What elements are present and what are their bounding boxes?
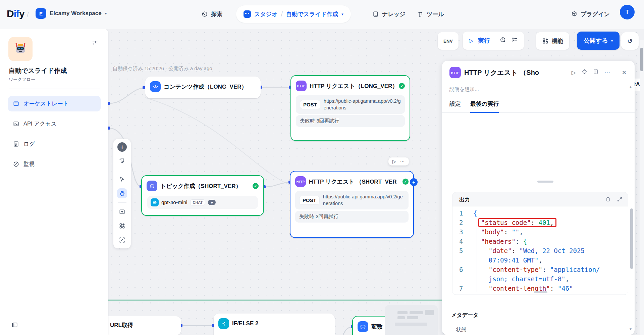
vision-icon: ◆ — [208, 200, 216, 205]
import-dsl-button[interactable] — [117, 207, 127, 217]
docs-icon[interactable] — [593, 69, 599, 76]
app-icon[interactable] — [8, 37, 33, 61]
node-title: 変数 — [371, 323, 383, 331]
node-title: IF/ELSE 2 — [232, 320, 258, 327]
model-config: ❋ gpt-4o-mini CHAT ◆ — [147, 196, 258, 209]
nav-explore[interactable]: 探索 — [201, 7, 222, 21]
more-icon[interactable]: ⋯ — [604, 69, 610, 76]
add-node-button[interactable]: + — [117, 142, 127, 152]
env-button[interactable]: ENV — [438, 32, 459, 50]
run-play-icon[interactable]: ▷ — [469, 37, 473, 44]
run-toolbar: ▷ 実行 — [463, 32, 524, 50]
expand-icon[interactable] — [617, 196, 623, 203]
code-line: 4 "headers": { — [452, 237, 628, 246]
sidebar-item-label: API アクセス — [23, 120, 57, 128]
chevron-down-icon: ▾ — [105, 11, 107, 16]
close-panel-icon[interactable]: ✕ — [622, 69, 627, 76]
model-mode-badge: CHAT — [190, 199, 206, 205]
sidebar-item-logs[interactable]: ログ — [8, 136, 101, 152]
app-settings-icon[interactable] — [92, 40, 98, 48]
node-ifelse[interactable]: IF/ELSE 2 CASE 1 IF </ — [214, 314, 335, 335]
run-button[interactable]: 実行 — [478, 37, 490, 45]
tab-settings[interactable]: 設定 — [449, 100, 461, 112]
sidebar-item-monitoring[interactable]: 監視 — [8, 156, 101, 172]
http-icon: HTTP — [295, 176, 306, 187]
http-icon: HTTP — [296, 81, 307, 91]
branch-label: IF — [324, 334, 329, 335]
collapse-sidebar-icon[interactable] — [11, 322, 18, 330]
node-http-short[interactable]: HTTP HTTP リクエスト （SHORT_VER ✓ POST https:… — [290, 171, 414, 238]
scroll-up-icon[interactable]: ▲ — [629, 85, 632, 89]
robot-icon — [244, 10, 251, 18]
http-request-summary: POST https://public-api.gamma.app/v0.2/g… — [295, 191, 409, 209]
http-url: https://public-api.gamma.app/v0.2/genera… — [324, 98, 401, 111]
sidebar-item-orchestrate[interactable]: オーケストレート — [8, 96, 101, 111]
llm-icon — [147, 181, 157, 191]
resize-handle[interactable] — [534, 291, 547, 293]
workspace-selector[interactable]: E Elcamy Workspace ▾ — [36, 8, 107, 19]
viewport-preview[interactable] — [385, 305, 438, 335]
code-icon: </> — [150, 81, 161, 92]
success-check-icon: ✓ — [399, 83, 405, 89]
version-history-button[interactable]: ↺ — [621, 32, 639, 50]
status-label: 状態 — [456, 327, 466, 333]
output-code-viewer[interactable]: 1{2 "status_code": 401,3 "body": "",4 "h… — [452, 206, 628, 294]
http-request-summary: POST https://public-api.gamma.app/v0.2/g… — [296, 95, 405, 114]
nav-knowledge[interactable]: ナレッジ — [372, 7, 406, 21]
node-content-long[interactable]: </> コンテンツ作成（LONG_VER） — [145, 77, 261, 98]
output-title: 出力 — [459, 196, 605, 203]
node-hover-toolbar[interactable]: ▷ ⋯ — [388, 157, 409, 165]
run-history-icon[interactable] — [500, 37, 506, 45]
code-line: json; charset=utf-8", — [452, 274, 628, 284]
app-type-label: ワークフロー — [9, 77, 35, 83]
locate-node-icon[interactable] — [582, 69, 587, 76]
output-section: 出力 1{2 "status_code": 401,3 "body": "",4… — [452, 192, 628, 295]
nav-studio-breadcrumb[interactable]: スタジオ / 自動でスライド作成 ▾ — [236, 5, 351, 23]
dify-logo[interactable]: Dify / — [7, 8, 29, 19]
chevron-down-icon: ▾ — [341, 12, 343, 16]
page-scrollbar[interactable] — [640, 40, 644, 335]
ifelse-icon — [218, 318, 229, 329]
node-topic-short[interactable]: トピック作成（SHORT_VER） ✓ ❋ gpt-4o-mini CHAT ◆ — [141, 175, 264, 216]
run-node-icon[interactable]: ▷ — [572, 69, 576, 76]
node-title: HTTP リクエスト （SHORT_VER — [309, 178, 399, 186]
description-placeholder[interactable]: 説明を追加... — [442, 80, 635, 94]
canvas-tool-palette: + — [113, 139, 131, 248]
divider — [495, 37, 495, 44]
fit-view-button[interactable] — [117, 235, 127, 245]
panel-scrollbar[interactable]: ▲ ▼ — [630, 84, 633, 332]
publish-button[interactable]: 公開する▾ — [577, 32, 620, 50]
user-avatar[interactable]: T — [620, 5, 635, 19]
more-icon[interactable]: ⋯ — [400, 159, 405, 164]
retry-config: 失敗時 3回再試行 — [296, 115, 405, 127]
organize-blocks-button[interactable] — [117, 221, 127, 231]
hand-tool-button[interactable] — [117, 188, 127, 198]
node-title: トピック作成（SHORT_VER） — [160, 182, 250, 190]
workspace-avatar: E — [36, 8, 46, 19]
scroll-down-icon[interactable]: ▼ — [629, 327, 632, 331]
current-app-name[interactable]: 自動でスライド作成 — [286, 10, 338, 18]
pointer-tool-button[interactable] — [117, 174, 127, 184]
add-note-button[interactable] — [117, 156, 127, 166]
app-sidebar: 自動でスライド作成 ワークフロー オーケストレート API アクセス ログ 監視 — [0, 29, 108, 335]
success-check-icon: ✓ — [402, 179, 409, 185]
http-icon: HTTP — [449, 67, 461, 78]
add-next-node-button[interactable]: + — [410, 178, 418, 186]
copy-icon[interactable] — [605, 196, 611, 203]
play-icon[interactable]: ▷ — [392, 159, 396, 164]
http-method-badge: POST — [299, 196, 320, 205]
panel-tabs: 設定 最後の実行 — [442, 94, 635, 113]
checklist-icon[interactable] — [511, 37, 518, 45]
sidebar-item-api-access[interactable]: API アクセス — [8, 116, 101, 132]
features-button[interactable]: 機能 — [536, 32, 569, 50]
node-http-long[interactable]: HTTP HTTP リクエスト（LONG_VER） ✓ POST https:/… — [290, 75, 410, 141]
nav-plugins[interactable]: プラグイン — [571, 7, 610, 21]
nav-tools[interactable]: ツール — [417, 7, 444, 21]
code-line: 6 "content-type": "application/ — [452, 265, 628, 274]
code-line: 1{ — [452, 208, 628, 218]
resize-handle[interactable] — [537, 181, 553, 183]
nav-studio[interactable]: スタジオ — [254, 10, 278, 18]
code-line: 3 "body": "", — [452, 227, 628, 237]
tab-last-run[interactable]: 最後の実行 — [470, 100, 499, 113]
panel-title[interactable]: HTTP リクエスト （Sho — [464, 68, 568, 77]
